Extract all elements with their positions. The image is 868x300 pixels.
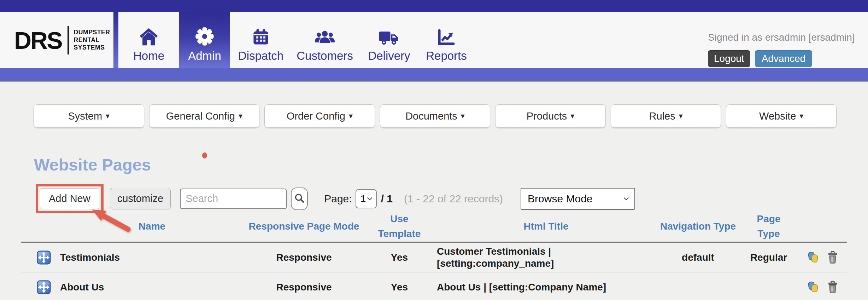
- cell-responsive-page-mode: Responsive: [244, 252, 364, 263]
- cell-html-title: About Us | [setting:Company Name]: [435, 278, 657, 296]
- cell-actions: [799, 281, 847, 294]
- nav-label-admin: Admin: [188, 49, 221, 63]
- caret-down-icon: ▾: [570, 111, 574, 121]
- menu-documents-label: Documents: [405, 110, 457, 122]
- signed-in-text: Signed in as ersadmin [ersadmin]: [708, 32, 856, 43]
- admin-menu-bar: System ▾ General Config ▾ Order Config ▾…: [34, 104, 837, 128]
- menu-order-config-label: Order Config: [287, 110, 345, 122]
- page-label: Page:: [324, 193, 352, 205]
- cell-navigation-type: default: [657, 252, 739, 263]
- column-header-navigation-type[interactable]: Navigation Type: [657, 219, 739, 234]
- caret-down-icon: ▾: [239, 111, 242, 121]
- search-button[interactable]: [291, 188, 308, 210]
- toolbar: Add New customize Page: 1 / 1 (1 - 22 of…: [36, 184, 635, 213]
- menu-general-config[interactable]: General Config ▾: [149, 104, 260, 128]
- logo-tagline: DUMPSTER RENTAL SYSTEMS: [74, 29, 110, 52]
- add-new-button[interactable]: Add New: [40, 188, 99, 209]
- annotation-red-dot: [202, 152, 207, 158]
- chart-icon: [437, 29, 456, 46]
- delete-icon[interactable]: [827, 281, 838, 294]
- logo-line-3: SYSTEMS: [74, 44, 110, 52]
- column-header-page-type[interactable]: Page Type: [739, 212, 799, 241]
- column-header-html-title[interactable]: Html Title: [435, 219, 657, 234]
- menu-products-label: Products: [527, 110, 567, 122]
- search-input[interactable]: [180, 189, 287, 209]
- menu-website-label: Website: [759, 110, 796, 122]
- menu-rules[interactable]: Rules ▾: [611, 104, 721, 128]
- header-bottom-line: [0, 81, 868, 82]
- cell-actions: [799, 251, 847, 264]
- nav-item-admin[interactable]: Admin: [179, 12, 230, 68]
- copy-page-icon[interactable]: [808, 281, 820, 294]
- page-select-value: 1: [360, 193, 366, 204]
- table-row: Testimonials Responsive Yes Customer Tes…: [21, 243, 847, 272]
- advanced-button[interactable]: Advanced: [755, 50, 813, 67]
- records-count: (1 - 22 of 22 records): [404, 193, 503, 205]
- table-row: About Us Responsive Yes About Us | [sett…: [21, 272, 847, 300]
- page-total: / 1: [381, 193, 393, 205]
- column-header-responsive-page-mode[interactable]: Responsive Page Mode: [244, 219, 364, 234]
- delete-icon[interactable]: [827, 251, 838, 264]
- nav-accent-strip: [0, 68, 868, 81]
- logo-line-2: RENTAL: [74, 36, 110, 44]
- menu-products[interactable]: Products ▾: [495, 104, 606, 128]
- account-buttons: Logout Advanced: [708, 50, 856, 67]
- menu-order-config[interactable]: Order Config ▾: [264, 104, 375, 128]
- search-icon: [294, 192, 305, 205]
- menu-system-label: System: [68, 110, 102, 122]
- menu-rules-label: Rules: [649, 110, 675, 122]
- drag-handle[interactable]: [21, 280, 60, 294]
- nav-item-dispatch[interactable]: Dispatch: [233, 12, 289, 68]
- header-divider: [113, 12, 118, 68]
- cell-name: About Us: [60, 282, 244, 293]
- page-select[interactable]: 1: [356, 189, 377, 208]
- cell-name: Testimonials: [60, 252, 244, 263]
- caret-down-icon: ▾: [799, 111, 803, 121]
- nav-label-customers: Customers: [297, 49, 353, 63]
- cell-responsive-page-mode: Responsive: [244, 282, 364, 293]
- copy-page-icon[interactable]: [808, 251, 820, 264]
- menu-documents[interactable]: Documents ▾: [380, 104, 491, 128]
- page-title: Website Pages: [34, 155, 151, 174]
- drag-handle[interactable]: [21, 250, 60, 265]
- column-header-name[interactable]: Name: [60, 219, 244, 234]
- logo-bar: [68, 26, 69, 54]
- nav-label-reports: Reports: [426, 49, 467, 63]
- nav-label-dispatch: Dispatch: [238, 49, 283, 63]
- chevron-down-icon: [367, 195, 372, 200]
- nav-item-reports[interactable]: Reports: [416, 12, 476, 68]
- home-icon: [139, 27, 159, 46]
- users-icon: [313, 29, 336, 46]
- drs-logo: DRS DUMPSTER RENTAL SYSTEMS: [14, 26, 110, 54]
- menu-website[interactable]: Website ▾: [726, 104, 837, 128]
- caret-down-icon: ▾: [106, 111, 110, 121]
- nav-label-home: Home: [133, 49, 164, 63]
- account-area: Signed in as ersadmin [ersadmin] Logout …: [708, 32, 856, 67]
- nav-item-delivery[interactable]: Delivery: [359, 12, 419, 68]
- caret-down-icon: ▾: [461, 111, 465, 121]
- cell-page-type: Regular: [739, 252, 799, 263]
- annotation-highlight-box: Add New: [36, 184, 104, 213]
- caret-down-icon: ▾: [679, 111, 683, 121]
- customize-button[interactable]: customize: [110, 188, 171, 209]
- gear-icon: [195, 27, 215, 46]
- cell-use-template: Yes: [364, 252, 435, 263]
- admin-page: DRS DUMPSTER RENTAL SYSTEMS Home: [0, 0, 868, 300]
- mode-select[interactable]: Browse Mode: [521, 188, 635, 210]
- nav-item-home[interactable]: Home: [118, 12, 179, 68]
- chevron-down-icon: [624, 195, 629, 200]
- cell-html-title: Customer Testimonials | [setting:company…: [435, 243, 657, 272]
- logout-button[interactable]: Logout: [708, 50, 750, 67]
- cell-use-template: Yes: [364, 282, 435, 293]
- top-accent-strip: [0, 0, 868, 12]
- nav-item-customers[interactable]: Customers: [293, 12, 357, 68]
- logo-line-1: DUMPSTER: [74, 29, 110, 36]
- menu-system[interactable]: System ▾: [34, 104, 144, 128]
- calendar-icon: [252, 28, 270, 46]
- nav-label-delivery: Delivery: [368, 49, 410, 63]
- column-header-use-template[interactable]: Use Template: [364, 212, 435, 241]
- caret-down-icon: ▾: [349, 111, 353, 121]
- mode-select-value: Browse Mode: [528, 193, 592, 205]
- main-header: DRS DUMPSTER RENTAL SYSTEMS Home: [0, 12, 868, 68]
- menu-general-config-label: General Config: [166, 110, 235, 122]
